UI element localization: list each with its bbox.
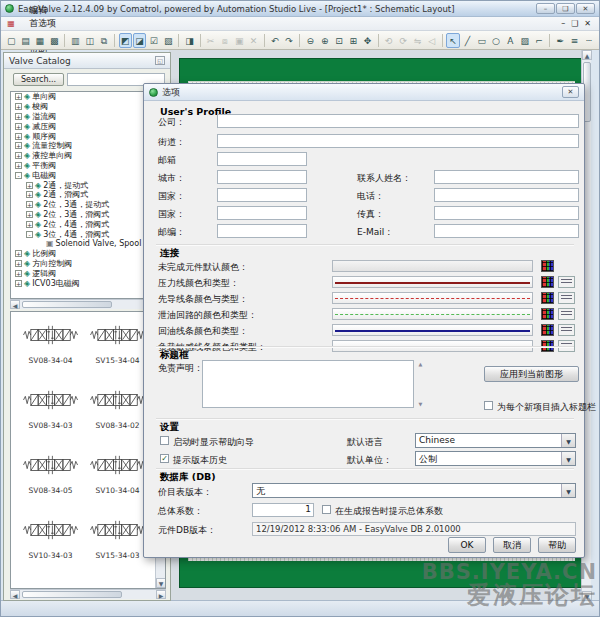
scrollbar-thumb[interactable] [22,301,112,308]
pin-icon[interactable]: ◱ [155,56,165,65]
search-button[interactable]: Search... [13,73,64,86]
open-icon[interactable]: ▤ [19,33,32,48]
valve-symbol-item[interactable]: SV10-34-04 [84,454,151,495]
scroll-right-icon[interactable]: ▶ [156,590,166,599]
save-all-icon[interactable]: ▩ [47,33,60,48]
valve-symbol-item[interactable]: SV08-34-03 [17,389,84,430]
factor-input[interactable]: 1 [252,503,314,517]
units-select[interactable]: 公制 ▼ [415,451,576,466]
select-icon[interactable]: ↖ [446,33,459,48]
contact-input[interactable] [434,170,579,184]
phone-input[interactable] [434,188,579,202]
color-picker-icon[interactable] [541,308,554,320]
pricelist-select[interactable]: 无 ▼ [252,483,576,498]
color-picker-icon[interactable] [541,324,554,336]
scroll-left-icon[interactable]: ◀ [10,590,20,599]
expand-icon[interactable]: + [15,270,22,277]
draw-ellipse-icon[interactable]: ○ [489,33,502,48]
mdi-minimize-button[interactable]: – [561,19,565,28]
valve-symbol-item[interactable]: SV10-34-03 [17,519,84,560]
expand-icon[interactable]: + [15,103,22,110]
draw-rectangle-icon[interactable]: ▭ [475,33,488,48]
valve-catalog-icon[interactable]: ◩ [119,33,132,48]
zoom-out-icon[interactable]: ⊖ [304,33,317,48]
insert-image-icon[interactable]: ▨ [518,33,531,48]
line-style-icon[interactable]: ┄ [582,33,595,48]
mdi-close-button[interactable]: ✕ [584,19,591,28]
close-button[interactable]: ✕ [576,3,595,14]
expand-icon[interactable]: + [15,133,22,140]
expand-icon[interactable]: + [15,93,22,100]
startup-wizard-checkbox[interactable] [160,436,169,445]
tree-item[interactable]: -◈3位，4通，滑阀式 [11,229,165,239]
cancel-button[interactable]: 取消 [493,537,531,553]
fax-input[interactable] [434,206,579,220]
valve-symbol-item[interactable]: SV08-34-05 [17,454,84,495]
valve-symbol-item[interactable]: SV15-34-03 [84,519,151,560]
draw-polyline-icon[interactable]: ⌐ [532,33,545,48]
dialog-close-icon[interactable]: ✕ [562,86,579,98]
expand-icon[interactable]: + [26,201,33,208]
apply-current-button[interactable]: 应用到当前图形 [484,366,579,382]
expand-icon[interactable]: + [15,123,22,130]
save-icon[interactable]: ▦ [33,33,46,48]
scroll-up-icon[interactable]: ▲ [582,50,592,60]
expand-icon[interactable]: + [26,221,33,228]
print-preview-icon[interactable]: ◫ [83,33,96,48]
print-icon[interactable]: ▥ [69,33,82,48]
line-type-icon[interactable] [558,292,575,304]
valve-symbol-item[interactable]: SV15-34-04 [84,324,151,365]
color-picker-icon[interactable] [541,260,554,272]
mailbox-input[interactable] [217,152,307,166]
line-type-icon[interactable] [558,324,575,336]
zoom-page-icon[interactable]: ⊞ [347,33,360,48]
disclaimer-scroll-icons[interactable]: ▲▼ [416,360,425,408]
mdi-restore-button[interactable]: ❑ [571,19,578,28]
collapse-icon[interactable]: - [26,231,33,238]
verify-design-icon[interactable]: ☑ [147,33,160,48]
valve-symbol-item[interactable]: SV08-34-04 [17,324,84,365]
expand-icon[interactable]: + [15,142,22,149]
scroll-left-icon[interactable]: ◀ [10,300,20,309]
insert-text-icon[interactable]: A [504,33,517,48]
draw-line-icon[interactable]: ╱ [461,33,474,48]
scrollbar-thumb[interactable] [22,591,122,598]
insert-titleblock-checkbox[interactable] [484,401,493,410]
chevron-down-icon[interactable]: ▼ [561,434,575,447]
color-picker-icon[interactable] [541,276,554,288]
city-input[interactable] [217,170,307,184]
email-input[interactable] [434,224,579,238]
expand-icon[interactable]: + [15,113,22,120]
expand-icon[interactable]: + [15,250,22,257]
expand-icon[interactable]: + [26,191,33,198]
pan-icon[interactable]: ✥ [361,33,374,48]
help-button[interactable]: 帮助 [538,537,576,553]
line-weight-icon[interactable]: ≡ [568,33,581,48]
minimize-button[interactable]: – [536,3,555,14]
expand-icon[interactable]: + [26,182,33,189]
expand-icon[interactable]: + [15,260,22,267]
zip-input[interactable] [217,224,307,238]
page-setup-icon[interactable]: ⧉ [97,33,110,48]
country-input[interactable] [217,206,307,220]
line-type-icon[interactable] [558,308,575,320]
expand-icon[interactable]: + [15,162,22,169]
print-report-icon[interactable]: ◨ [183,33,196,48]
pen-color-icon[interactable]: ✒ [554,33,567,48]
valve-symbol-item[interactable]: SV08-34-02 [84,389,151,430]
menu-2[interactable]: 首选项 [21,17,64,30]
bill-of-materials-icon[interactable]: ▧ [162,33,175,48]
zoom-area-icon[interactable]: ⊡ [332,33,345,48]
expand-icon[interactable]: + [26,211,33,218]
restore-button[interactable]: ❑ [556,3,575,14]
disclaimer-textarea[interactable] [202,360,414,408]
state-input[interactable] [217,188,307,202]
scroll-down-icon[interactable]: ▼ [156,578,166,588]
color-picker-icon[interactable] [541,292,554,304]
redo-icon[interactable]: ↷ [282,33,295,48]
chevron-down-icon[interactable]: ▼ [561,452,575,465]
prompt-factor-checkbox[interactable] [322,505,331,514]
expand-icon[interactable]: + [15,280,22,287]
ok-button[interactable]: OK [448,537,486,553]
undo-icon[interactable]: ↶ [268,33,281,48]
